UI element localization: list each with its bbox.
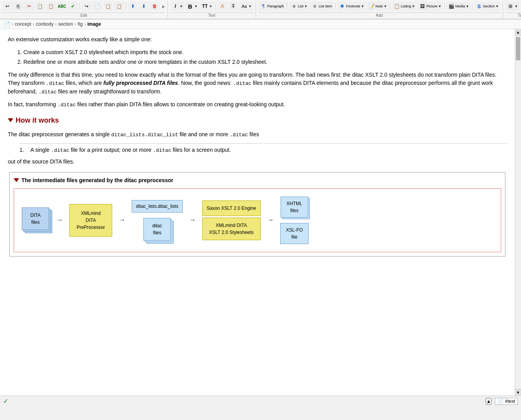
- media-icon: 🎬: [448, 3, 455, 10]
- edit-buttons: ↩ ⎘ ✂ 📋 📋 ABC ✔ ↪ 📄 📋 📋 ⬆ ⬇ 🗑 ▶: [2, 1, 165, 12]
- figure-content: DITA files → XMLmindDITAPreProcessor →: [14, 188, 501, 252]
- breadcrumb-section[interactable]: section: [58, 21, 73, 27]
- toolbar: ↩ ⎘ ✂ 📋 📋 ABC ✔ ↪ 📄 📋 📋 ⬆ ⬇ 🗑 ▶: [0, 0, 521, 19]
- clear-format-button[interactable]: T̶: [228, 2, 238, 11]
- add-note-button[interactable]: 📝 Note▼: [366, 2, 388, 11]
- list1-item1: Create a custom XSLT 2.0 stylesheet whic…: [23, 48, 507, 56]
- breadcrumb-current: image: [87, 21, 101, 27]
- section-icon: S: [475, 3, 482, 10]
- redo-icon: ↪: [83, 3, 90, 10]
- bold-button[interactable]: B▼: [185, 2, 199, 11]
- xhtml-box: XHTML files: [281, 197, 308, 218]
- separator3: [215, 2, 216, 10]
- copy-button[interactable]: 📄: [92, 2, 102, 11]
- breadcrumb-fig[interactable]: fig: [78, 21, 83, 27]
- tt-button[interactable]: TT▼: [200, 2, 214, 11]
- ditac-list-box: ditac_lists.ditac_lists: [132, 200, 183, 213]
- paragraph-icon: ¶: [260, 3, 267, 10]
- collapse-triangle-icon[interactable]: [8, 118, 13, 122]
- text-label: Text: [170, 12, 253, 18]
- breadcrumb-conbody[interactable]: conbody: [36, 21, 53, 27]
- add-picture-button[interactable]: 🖼 Picture▼: [417, 2, 443, 11]
- move-up-icon: ⬆: [129, 3, 136, 10]
- italic-button[interactable]: I▼: [170, 2, 184, 11]
- add-section-button[interactable]: S Section▼: [474, 2, 500, 11]
- separator4: [287, 2, 287, 10]
- listing-icon: 📋: [394, 3, 401, 10]
- table-buttons: ⊞▼ ⊞▼ ▶: [505, 1, 521, 12]
- bold-icon: B: [187, 3, 194, 10]
- main-area: An extensive customization works exactly…: [0, 29, 521, 395]
- breadcrumb-home-icon: 📄: [3, 21, 10, 28]
- tt-icon: TT: [201, 3, 208, 10]
- table-section: ⊞▼ ⊞▼ ▶ Table: [503, 1, 521, 18]
- spellcheck-button[interactable]: ABC: [57, 2, 67, 11]
- separator1: [79, 2, 80, 10]
- add-table1-button[interactable]: ⊞▼: [505, 2, 519, 11]
- spellcheck-icon: ABC: [58, 3, 65, 10]
- para1: An extensive customization works exactly…: [8, 35, 507, 44]
- para2: The only difference is that this time, y…: [8, 71, 507, 96]
- breadcrumb-sep5: ›: [84, 21, 86, 27]
- arrow4: →: [267, 215, 274, 225]
- paste-button[interactable]: 📋: [103, 2, 113, 11]
- delete-button[interactable]: 🗑: [150, 2, 160, 11]
- list2-item1: 1. A single .ditac file for a print outp…: [19, 146, 507, 155]
- toolbar-row1: ↩ ⎘ ✂ 📋 📋 ABC ✔ ↪ 📄 📋 📋 ⬆ ⬇ 🗑 ▶: [0, 0, 521, 19]
- output-col: XHTML files XSL-FO file: [280, 197, 309, 244]
- para4: The ditac preprocessor generates a singl…: [8, 130, 507, 139]
- scrollbar-down-button[interactable]: ▼: [515, 389, 521, 395]
- edit-section: ↩ ⎘ ✂ 📋 📋 ABC ✔ ↪ 📄 📋 📋 ⬆ ⬇ 🗑 ▶: [0, 1, 168, 18]
- edit-label: Edit: [2, 12, 165, 18]
- move-down-button[interactable]: ⬇: [139, 2, 149, 11]
- status-scroll-up-button[interactable]: ▲: [486, 398, 492, 405]
- xmlmind-xslt-box: XMLmind DITA XSLT 2.0 Stylesheets: [202, 218, 261, 240]
- paste-into-button[interactable]: 📋: [46, 2, 56, 11]
- undo-button[interactable]: ↩: [2, 2, 12, 11]
- color-button[interactable]: A: [217, 2, 228, 11]
- saxon-box: Saxon XSLT 2.0 Engine: [202, 200, 261, 216]
- xslfo-box: XSL-FO file: [280, 223, 309, 244]
- section-title-text: How it works: [16, 115, 59, 126]
- move-up-button[interactable]: ⬆: [128, 2, 138, 11]
- separator6: [390, 2, 390, 10]
- move-down-icon: ⬇: [140, 3, 147, 10]
- breadcrumb-concept[interactable]: concept: [15, 21, 31, 27]
- add-listing-button[interactable]: 📋 Listing▼: [392, 2, 417, 11]
- footnote-icon: ✱: [339, 3, 346, 10]
- add-list-button[interactable]: ≡ List▼: [289, 2, 309, 11]
- engine-col: Saxon XSLT 2.0 Engine XMLmind DITA XSLT …: [202, 200, 261, 240]
- add-section: ¶ Paragraph ≡ List▼ ≡ List Item ✱ Footno…: [256, 1, 503, 18]
- add-paragraph-button[interactable]: ¶ Paragraph: [258, 2, 286, 11]
- color-icon: A: [219, 3, 226, 10]
- copy-elem-button[interactable]: ⎘: [13, 2, 23, 11]
- scrollbar-thumb[interactable]: [516, 37, 520, 60]
- paste-into-icon: 📋: [48, 3, 55, 10]
- breadcrumb: 📄 › concept › conbody › section › fig › …: [0, 19, 521, 29]
- add-footnote-button[interactable]: ✱ Footnote▼: [337, 2, 366, 11]
- breadcrumb-sep3: ›: [55, 21, 57, 27]
- italic-icon: I: [172, 3, 179, 10]
- add-media-button[interactable]: 🎬 Media▼: [446, 2, 470, 11]
- paste-before-icon: 📋: [37, 3, 44, 10]
- paste-special-button[interactable]: 📋: [114, 2, 124, 11]
- scrollbar-up-button[interactable]: ▲: [515, 29, 521, 35]
- copy-elem-icon: ⎘: [15, 3, 22, 10]
- paste-icon: 📋: [105, 3, 112, 10]
- add-list-item-button[interactable]: ≡ List Item: [310, 2, 334, 11]
- font-size-button[interactable]: Aa▼: [239, 2, 253, 11]
- content-area[interactable]: An extensive customization works exactly…: [0, 29, 515, 395]
- para3: In fact, transforming .ditac files rathe…: [8, 100, 507, 109]
- cut-elem-button[interactable]: ✂: [24, 2, 34, 11]
- note-icon: 📝: [368, 3, 375, 10]
- arrow3: →: [189, 215, 196, 225]
- text-buttons: I▼ B▼ TT▼ A T̶ Aa▼: [170, 1, 253, 12]
- scrollbar: ▲ ▼: [515, 29, 521, 395]
- validate-button[interactable]: ✔: [68, 2, 78, 11]
- table-label: Table: [505, 12, 521, 18]
- delete-icon: 🗑: [151, 3, 158, 10]
- paste-before-button[interactable]: 📋: [35, 2, 45, 11]
- redo-button[interactable]: ↪: [81, 2, 92, 11]
- arrow1: →: [56, 215, 63, 225]
- figure-collapse-icon[interactable]: [14, 178, 19, 182]
